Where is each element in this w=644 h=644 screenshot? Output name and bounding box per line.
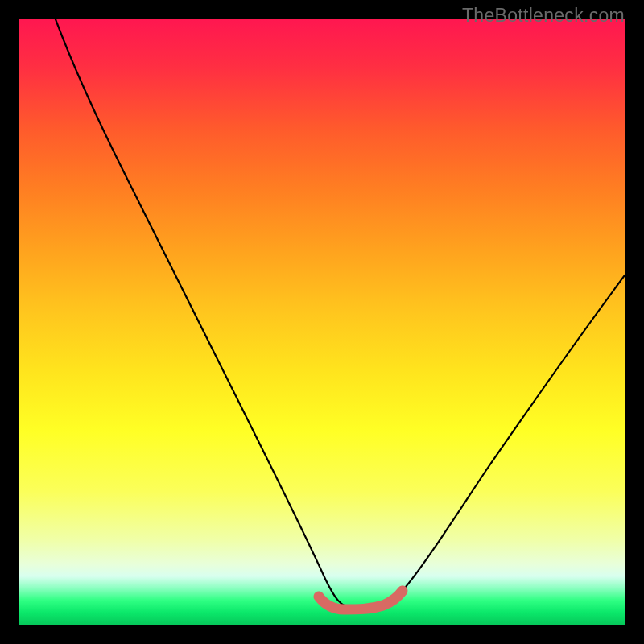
chart-stage: TheBottleneck.com [0,0,644,644]
optimal-range-marker [319,591,402,609]
curve-layer [19,19,625,625]
watermark-label: TheBottleneck.com [462,5,625,27]
bottleneck-curve [56,19,625,607]
plot-area [19,19,625,625]
